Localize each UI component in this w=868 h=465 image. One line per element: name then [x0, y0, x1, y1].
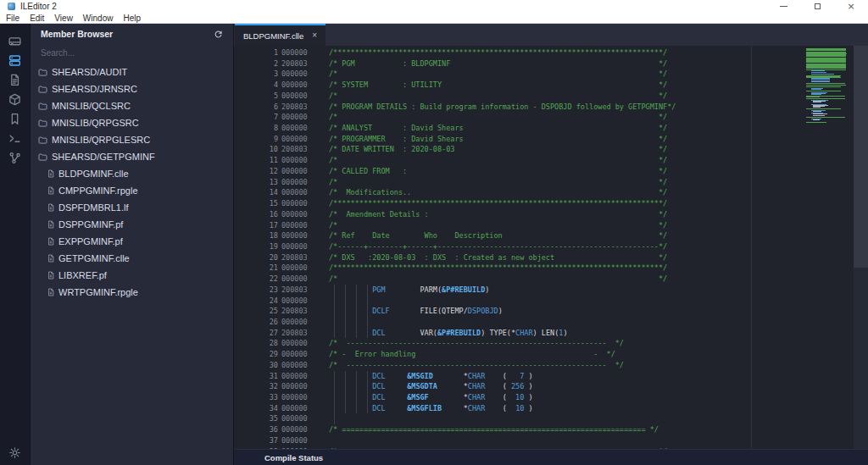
code-line[interactable]: 20200803/* DXS :2020-08-03 : DXS : Creat…: [234, 252, 868, 263]
activity-branch-icon[interactable]: [0, 148, 30, 168]
code-line[interactable]: 24000000: [234, 296, 868, 307]
source-date: 000000: [278, 69, 329, 80]
line-number: 36: [234, 424, 278, 435]
tab-bldpgminf[interactable]: BLDPGMINF.clle ×: [235, 24, 326, 46]
tree-file-libxref-pf[interactable]: LIBXREF.pf: [31, 267, 233, 284]
tree-file-dsppgminf-pf[interactable]: DSPPGMINF.pf: [31, 216, 233, 233]
activity-bookmark-icon[interactable]: [0, 109, 30, 129]
tree-folder-shearsd-getpgminf[interactable]: SHEARSD/GETPGMINF: [31, 148, 233, 165]
menu-item-view[interactable]: View: [49, 14, 78, 23]
code-line[interactable]: 17000000/* */: [234, 220, 868, 231]
tree-file-dspfdmbrl1-lf[interactable]: DSPFDMBRL1.lf: [31, 199, 233, 216]
code-line[interactable]: 7000000/* */: [234, 112, 868, 123]
code-line[interactable]: 3000000/* */: [234, 69, 868, 80]
code-line[interactable]: 35000000: [234, 413, 868, 424]
maximize-button[interactable]: [800, 0, 834, 13]
code-line[interactable]: 27200803 DCL VAR(&P#REBUILD) TYPE(*CHAR)…: [234, 328, 868, 339]
tree-file-getpgminf-clle[interactable]: GETPGMINF.clle: [31, 250, 233, 267]
code-line[interactable]: 6200803/* PROGRAM DETAILS : Build progra…: [234, 102, 868, 113]
tab-bar: BLDPGMINF.clle ×: [234, 24, 868, 46]
code-line[interactable]: 5000000/* */: [234, 91, 868, 102]
code-line[interactable]: 26000000: [234, 317, 868, 328]
code-token: /***************************************…: [329, 263, 667, 272]
code-line[interactable]: 29000000/* - Error handling - */: [234, 349, 868, 360]
indent-guide: [367, 306, 368, 317]
panel-title: Member Browser: [41, 29, 113, 39]
code-line[interactable]: 13000000/* */: [234, 177, 868, 188]
code-line[interactable]: 37000000: [234, 435, 868, 446]
menu-item-help[interactable]: Help: [118, 14, 146, 23]
tree-folder-mnislib-qclsrc[interactable]: MNISLIB/QCLSRC: [31, 97, 233, 114]
activity-file-icon[interactable]: [0, 70, 30, 90]
line-number: 4: [234, 80, 278, 91]
code-line[interactable]: 31000000 DCL &MSGID *CHAR ( 7 ): [234, 371, 868, 382]
code-token: FILE(QTEMP/: [390, 307, 468, 315]
minimap[interactable]: [806, 48, 849, 123]
code-line[interactable]: 32000000 DCL &MSGDTA *CHAR ( 256 ): [234, 381, 868, 392]
code-line[interactable]: 15000000/*******************************…: [234, 198, 868, 209]
tree-item-label: DSPFDMBRL1.lf: [58, 202, 129, 213]
tree-file-exppgminf-pf[interactable]: EXPPGMINF.pf: [31, 233, 233, 250]
settings-gear-icon[interactable]: [0, 443, 30, 462]
code-line[interactable]: 28000000/* -----------------------------…: [234, 338, 868, 349]
code-token: /***************************************…: [329, 48, 667, 57]
indent-guide: [356, 381, 357, 392]
line-number: 1: [234, 47, 278, 58]
search-input[interactable]: [31, 44, 233, 61]
activity-package-icon[interactable]: [0, 90, 30, 109]
code-line[interactable]: 22000000/* */: [234, 274, 868, 285]
code-token: [329, 404, 372, 412]
code-line[interactable]: 10200803/* DATE WRITTEN : 2020-08-03 */: [234, 144, 868, 155]
line-number: 2: [234, 58, 278, 69]
code-line[interactable]: 14000000/* Modifications.. */: [234, 187, 868, 198]
activity-terminal-icon[interactable]: [0, 129, 30, 148]
code-line[interactable]: 1000000/********************************…: [234, 47, 868, 58]
code-line[interactable]: 30000000/* -----------------------------…: [234, 360, 868, 371]
compile-status-bar[interactable]: Compile Status: [234, 449, 868, 465]
menu-item-file[interactable]: File: [1, 14, 25, 23]
code-token: *: [429, 393, 468, 401]
line-number: 14: [234, 187, 278, 198]
close-button[interactable]: ×: [834, 0, 868, 13]
code-line[interactable]: 33000000 DCL &MSGF *CHAR ( 10 ): [234, 392, 868, 403]
source-date: 000000: [278, 177, 329, 188]
code-line[interactable]: 9000000/* PROGRAMMER : David Shears */: [234, 134, 868, 145]
minimize-button[interactable]: [766, 0, 800, 13]
code-line[interactable]: 8000000/* ANALYST : David Shears */: [234, 123, 868, 134]
code-token: CHAR: [515, 329, 532, 337]
tree-folder-mnislib-qrpglesrc[interactable]: MNISLIB/QRPGLESRC: [31, 131, 233, 148]
scrollbar-thumb[interactable]: [854, 46, 868, 268]
code-line[interactable]: 18000000/* Ref Date Who Description */: [234, 230, 868, 241]
code-line[interactable]: 21000000/*******************************…: [234, 263, 868, 274]
code-line[interactable]: 12000000/* CALLED FROM : */: [234, 166, 868, 177]
tree-folder-shearsd-jrnsrc[interactable]: SHEARSD/JRNSRC: [31, 80, 233, 97]
code-line[interactable]: 11000000/* */: [234, 155, 868, 166]
menu-item-window[interactable]: Window: [78, 14, 119, 23]
source-date: 000000: [278, 166, 329, 177]
indent-guide: [345, 296, 346, 307]
code-line[interactable]: 25200803 DCLF FILE(QTEMP/DSPOBJD): [234, 306, 868, 317]
tab-close-icon[interactable]: ×: [312, 31, 317, 40]
tree-file-wrtpgminf-rpgle[interactable]: WRTPGMINF.rpgle: [31, 284, 233, 301]
code-line[interactable]: 16000000/* Amendment Details : */: [234, 209, 868, 220]
line-number: 17: [234, 220, 278, 231]
activity-drive-icon[interactable]: [0, 31, 30, 51]
code-line[interactable]: 4000000/* SYSTEM : UTILITY */: [234, 80, 868, 91]
activity-layers-icon[interactable]: [0, 51, 30, 70]
source-date: 000000: [278, 403, 329, 414]
code-line[interactable]: 19000000/*------+--------+------+-------…: [234, 241, 868, 252]
code-line[interactable]: 34000000 DCL &MSGFLIB *CHAR ( 10 ): [234, 403, 868, 414]
menu-item-edit[interactable]: Edit: [25, 14, 49, 23]
code-line[interactable]: 23200803 PGM PARM(&P#REBUILD): [234, 285, 868, 296]
code-editor[interactable]: 1000000/********************************…: [234, 46, 868, 449]
titlebar: ILEditor 2 ×: [0, 0, 868, 13]
tree-file-bldpgminf-clle[interactable]: BLDPGMINF.clle: [31, 165, 233, 182]
code-line[interactable]: 36000000/* =============================…: [234, 424, 868, 435]
tree-folder-mnislib-qrpgsrc[interactable]: MNISLIB/QRPGSRC: [31, 114, 233, 131]
code-line[interactable]: 2200803/* PGM : BLDPGMINF */: [234, 58, 868, 69]
refresh-icon[interactable]: [214, 30, 223, 39]
tree-folder-shearsd-audit[interactable]: SHEARSD/AUDIT: [31, 64, 233, 80]
tree-file-cmppgminf-rpgle[interactable]: CMPPGMINF.rpgle: [31, 182, 233, 199]
code-token: (: [485, 382, 511, 390]
scrollbar[interactable]: [854, 46, 868, 449]
